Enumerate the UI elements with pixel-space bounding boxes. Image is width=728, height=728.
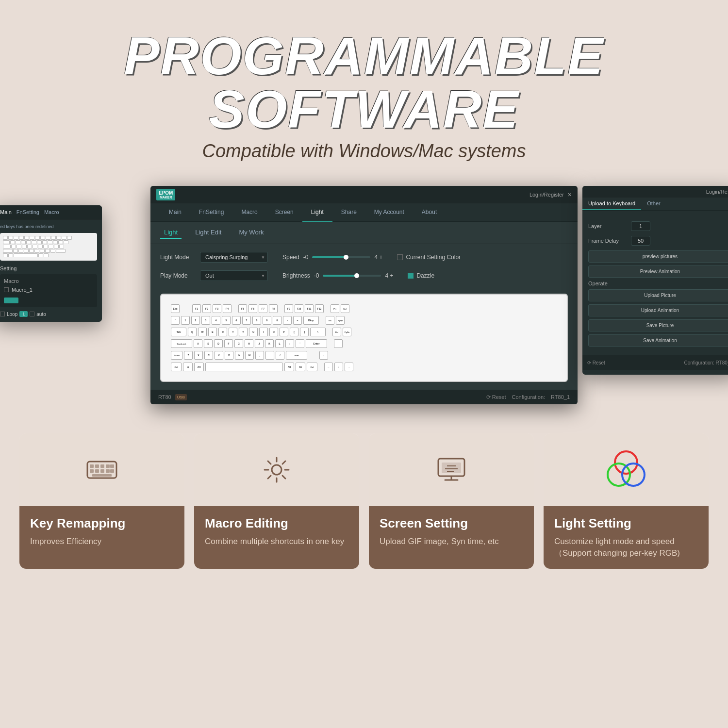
subtab-my-work[interactable]: My Work: [235, 227, 267, 239]
key-rbracket[interactable]: ]: [300, 328, 309, 336]
nav-tab-myaccount[interactable]: My Account: [365, 203, 413, 222]
key-f10[interactable]: F10: [295, 304, 303, 313]
key-slash[interactable]: /: [276, 351, 284, 360]
key-pgup[interactable]: PgUp: [336, 316, 345, 325]
key-w[interactable]: W: [198, 328, 207, 336]
key-comma[interactable]: ,: [255, 351, 264, 360]
save-picture-btn[interactable]: Save Picture: [588, 319, 728, 331]
key-f12[interactable]: F12: [315, 304, 324, 313]
preview-pictures-btn[interactable]: preview pictures: [588, 250, 728, 263]
key-r[interactable]: R: [218, 328, 227, 336]
auto-checkbox[interactable]: [30, 312, 34, 316]
left-nav-fnsetting[interactable]: FnSetting: [17, 209, 39, 215]
key-k[interactable]: K: [265, 339, 274, 348]
key-m[interactable]: M: [245, 351, 254, 360]
key-2[interactable]: 2: [191, 316, 200, 325]
frame-delay-value[interactable]: 50: [631, 236, 650, 246]
key-scroll[interactable]: Scrl: [341, 304, 349, 313]
macro-checkbox[interactable]: [4, 287, 9, 292]
subtab-light[interactable]: Light: [160, 227, 182, 239]
key-pgdn[interactable]: PgDn: [343, 328, 351, 336]
nav-tab-about[interactable]: About: [413, 203, 446, 222]
key-semicolon[interactable]: ;: [285, 339, 294, 348]
key-apostrophe[interactable]: ': [296, 339, 304, 348]
key-capslock[interactable]: CapsLock: [171, 339, 192, 348]
left-nav-main[interactable]: Main: [0, 209, 12, 215]
key-alt-l[interactable]: Alt: [194, 363, 204, 371]
nav-tab-share[interactable]: Share: [332, 203, 365, 222]
key-lshift[interactable]: ⇧Shift: [171, 351, 182, 360]
key-fn[interactable]: Fn: [296, 363, 305, 371]
key-y[interactable]: Y: [239, 328, 248, 336]
key-4[interactable]: 4: [212, 316, 220, 325]
key-1[interactable]: 1: [181, 316, 190, 325]
key-3[interactable]: 3: [201, 316, 210, 325]
key-f5[interactable]: F5: [238, 304, 247, 313]
key-left[interactable]: ←: [324, 363, 333, 371]
key-rshift[interactable]: Shift: [286, 351, 307, 360]
brightness-slider[interactable]: [323, 275, 381, 277]
key-win-l[interactable]: ⊞: [183, 363, 193, 371]
nav-tab-light[interactable]: Light: [302, 203, 332, 222]
upload-animation-btn[interactable]: Upload Animation: [588, 304, 728, 316]
dazzle-checkbox[interactable]: [408, 273, 414, 279]
nav-tab-fnsetting[interactable]: FnSetting: [190, 203, 232, 222]
left-nav-macro[interactable]: Macro: [44, 209, 59, 215]
key-5[interactable]: 5: [222, 316, 231, 325]
key-c[interactable]: C: [204, 351, 213, 360]
right-tab-upload[interactable]: Upload to Keyboard: [582, 198, 641, 210]
key-end[interactable]: [334, 339, 343, 348]
key-l[interactable]: L: [275, 339, 284, 348]
key-period[interactable]: .: [265, 351, 274, 360]
key-f4[interactable]: F4: [223, 304, 232, 313]
key-8[interactable]: 8: [252, 316, 261, 325]
nav-tab-screen[interactable]: Screen: [266, 203, 302, 222]
loop-checkbox[interactable]: [0, 312, 5, 316]
key-space[interactable]: [205, 363, 283, 371]
key-backtick[interactable]: `: [171, 316, 180, 325]
key-p[interactable]: P: [280, 328, 288, 336]
key-v[interactable]: V: [215, 351, 223, 360]
key-u[interactable]: U: [249, 328, 258, 336]
key-esc[interactable]: Esc: [171, 304, 180, 313]
key-0[interactable]: 0: [273, 316, 281, 325]
key-h[interactable]: H: [245, 339, 253, 348]
key-equals[interactable]: =: [293, 316, 302, 325]
key-i[interactable]: I: [259, 328, 268, 336]
key-backslash[interactable]: \: [310, 328, 326, 336]
key-minus[interactable]: -: [283, 316, 292, 325]
key-ctrl-r[interactable]: Ctrl: [307, 363, 317, 371]
key-down[interactable]: ↓: [334, 363, 343, 371]
nav-tab-main[interactable]: Main: [160, 203, 190, 222]
key-x[interactable]: X: [194, 351, 203, 360]
key-f6[interactable]: F6: [248, 304, 257, 313]
key-j[interactable]: J: [255, 339, 264, 348]
key-b[interactable]: B: [225, 351, 233, 360]
nav-tab-macro[interactable]: Macro: [232, 203, 266, 222]
layer-value[interactable]: 1: [631, 221, 650, 231]
key-print[interactable]: Prt: [331, 304, 339, 313]
save-animation-btn[interactable]: Save Animation: [588, 334, 728, 347]
key-f9[interactable]: F9: [284, 304, 293, 313]
key-q[interactable]: Q: [188, 328, 197, 336]
key-ctrl-l[interactable]: Ctrl: [171, 363, 182, 371]
key-e[interactable]: E: [208, 328, 217, 336]
key-enter[interactable]: Enter: [306, 339, 327, 348]
key-right[interactable]: →: [345, 363, 353, 371]
key-alt-r[interactable]: Alt: [284, 363, 294, 371]
key-del[interactable]: Del: [332, 328, 341, 336]
right-login[interactable]: Login/Re...: [706, 189, 728, 195]
key-t[interactable]: T: [229, 328, 237, 336]
key-f[interactable]: F: [224, 339, 233, 348]
play-mode-select[interactable]: Out: [200, 270, 268, 281]
close-button[interactable]: ×: [568, 191, 572, 199]
key-f1[interactable]: F1: [192, 304, 201, 313]
key-9[interactable]: 9: [263, 316, 271, 325]
key-lbracket[interactable]: [: [290, 328, 298, 336]
key-up[interactable]: ↑: [319, 351, 328, 360]
current-setting-color-checkbox[interactable]: [397, 254, 403, 260]
preview-animation-btn[interactable]: Preview Animation: [588, 265, 728, 278]
key-d[interactable]: D: [214, 339, 223, 348]
speed-slider[interactable]: [312, 256, 370, 258]
key-g[interactable]: G: [234, 339, 243, 348]
